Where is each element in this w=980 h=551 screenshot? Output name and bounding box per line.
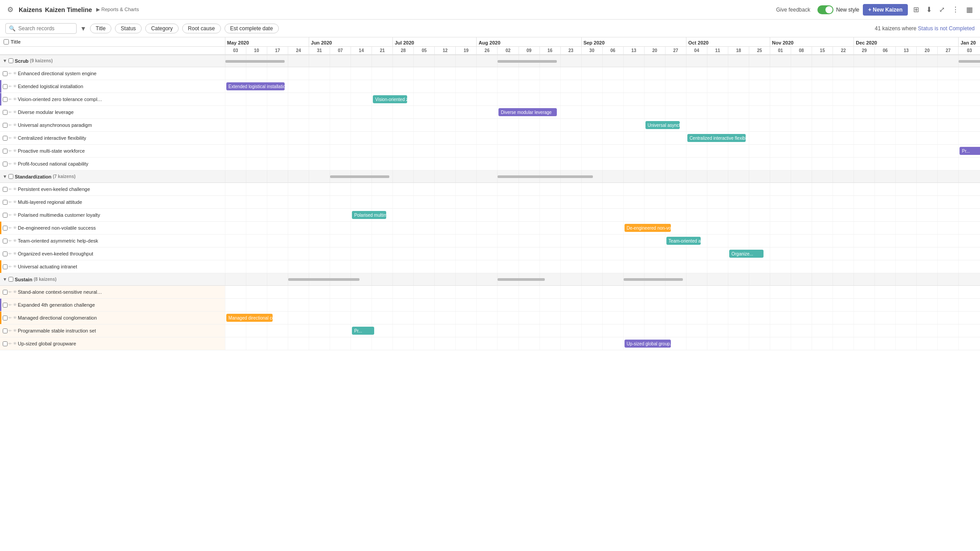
row-view-icon[interactable]: 👁 xyxy=(13,226,17,230)
row-checkbox[interactable] xyxy=(3,187,8,192)
row-checkbox[interactable] xyxy=(3,84,8,89)
row-view-icon[interactable]: 👁 xyxy=(13,213,17,217)
row-checkbox[interactable] xyxy=(3,316,8,320)
row-view-icon[interactable]: 👁 xyxy=(13,251,17,256)
row-view-icon[interactable]: 👁 xyxy=(13,303,17,307)
row-view-icon[interactable]: 👁 xyxy=(13,97,17,101)
row-view-icon[interactable]: 👁 xyxy=(13,290,17,294)
share-icon[interactable]: ⊞ xyxy=(911,4,921,15)
row-checkbox[interactable] xyxy=(3,200,8,205)
row-view-icon[interactable]: 👁 xyxy=(13,187,17,191)
group-expand-icon[interactable]: ▼ xyxy=(3,174,7,179)
row-edit-icon[interactable]: ✏ xyxy=(8,187,12,191)
gantt-bar[interactable]: Universal asynch.... xyxy=(645,121,680,129)
row-view-icon[interactable]: 👁 xyxy=(13,84,17,89)
row-checkbox[interactable] xyxy=(3,71,8,76)
gantt-bar[interactable]: Centralized interactive flexibility xyxy=(687,134,746,142)
row-checkbox[interactable] xyxy=(3,328,8,333)
gantt-bar[interactable]: Vision-oriented z... xyxy=(373,95,407,103)
row-checkbox[interactable] xyxy=(3,162,8,166)
gantt-bar[interactable]: Team-oriented asymmet... xyxy=(666,237,701,245)
row-view-icon[interactable]: 👁 xyxy=(13,71,17,76)
row-view-icon[interactable]: 👁 xyxy=(13,110,17,114)
new-kaizen-button[interactable]: + New Kaizen xyxy=(863,4,908,16)
row-edit-icon[interactable]: ✏ xyxy=(8,149,12,153)
row-edit-icon[interactable]: ✏ xyxy=(8,226,12,230)
row-view-icon[interactable]: 👁 xyxy=(13,162,17,166)
row-checkbox[interactable] xyxy=(3,264,8,269)
row-checkbox[interactable] xyxy=(3,110,8,115)
row-title: Organized even-keeled throughput xyxy=(18,251,93,256)
row-view-icon[interactable]: 👁 xyxy=(13,149,17,153)
row-checkbox[interactable] xyxy=(3,303,8,308)
row-checkbox[interactable] xyxy=(3,149,8,154)
row-edit-icon[interactable]: ✏ xyxy=(8,136,12,140)
row-edit-icon[interactable]: ✏ xyxy=(8,84,12,89)
row-edit-icon[interactable]: ✏ xyxy=(8,264,12,269)
row-edit-icon[interactable]: ✏ xyxy=(8,97,12,101)
row-checkbox[interactable] xyxy=(3,97,8,102)
filter-status-link[interactable]: Status is not Completed xyxy=(918,25,975,32)
row-checkbox[interactable] xyxy=(3,136,8,141)
row-edit-icon[interactable]: ✏ xyxy=(8,71,12,76)
group-checkbox[interactable] xyxy=(8,277,13,282)
filter-pill-category[interactable]: Category xyxy=(145,24,179,33)
row-edit-icon[interactable]: ✏ xyxy=(8,328,12,333)
gantt-bar[interactable]: Polarised multim... xyxy=(352,211,386,219)
row-edit-icon[interactable]: ✏ xyxy=(8,316,12,320)
row-edit-icon[interactable]: ✏ xyxy=(8,200,12,204)
row-view-icon[interactable]: 👁 xyxy=(13,328,17,333)
group-expand-icon[interactable]: ▼ xyxy=(3,277,7,282)
filter-pill-status[interactable]: Status xyxy=(115,24,142,33)
row-edit-icon[interactable]: ✏ xyxy=(8,239,12,243)
gantt-bar[interactable]: Up-sized global group.... xyxy=(625,340,671,348)
group-checkbox[interactable] xyxy=(8,58,13,63)
timeline-wrap[interactable]: Title May 2020Jun 2020Jul 2020Aug 2020Se… xyxy=(0,37,980,551)
gantt-bar[interactable]: Extended logistical installation xyxy=(226,82,285,90)
row-checkbox[interactable] xyxy=(3,123,8,128)
filter-pill-rootcause[interactable]: Root cause xyxy=(182,24,221,33)
row-checkbox[interactable] xyxy=(3,239,8,243)
gantt-bar[interactable]: Managed directional co... xyxy=(226,314,273,322)
row-checkbox[interactable] xyxy=(3,251,8,256)
row-view-icon[interactable]: 👁 xyxy=(13,341,17,346)
gantt-bar[interactable]: De-engineered non-vol.... xyxy=(625,224,671,232)
row-edit-icon[interactable]: ✏ xyxy=(8,162,12,166)
row-view-icon[interactable]: 👁 xyxy=(13,136,17,140)
row-checkbox[interactable] xyxy=(3,213,8,218)
week-header-4-0: 30 xyxy=(581,47,602,55)
download-icon[interactable]: ⬇ xyxy=(924,4,934,15)
row-view-icon[interactable]: 👁 xyxy=(13,239,17,243)
row-edit-icon[interactable]: ✏ xyxy=(8,251,12,256)
row-checkbox[interactable] xyxy=(3,290,8,295)
gantt-bar[interactable]: Diverse modular leverage xyxy=(498,108,557,116)
filter-icon[interactable]: ▼ xyxy=(80,25,86,32)
row-view-icon[interactable]: 👁 xyxy=(13,123,17,127)
feedback-link[interactable]: Give feedback xyxy=(772,5,814,15)
filter-pill-title[interactable]: Title xyxy=(90,24,111,33)
more-icon[interactable]: ⋮ xyxy=(950,4,961,15)
grid-icon[interactable]: ▦ xyxy=(964,4,975,15)
filter-pill-estdate[interactable]: Est complete date xyxy=(225,24,279,33)
row-edit-icon[interactable]: ✏ xyxy=(8,213,12,217)
new-style-toggle[interactable] xyxy=(817,5,833,14)
row-edit-icon[interactable]: ✏ xyxy=(8,123,12,127)
row-edit-icon[interactable]: ✏ xyxy=(8,290,12,294)
gantt-bar[interactable]: Organize... xyxy=(729,250,764,258)
row-edit-icon[interactable]: ✏ xyxy=(8,110,12,114)
row-edit-icon[interactable]: ✏ xyxy=(8,303,12,307)
select-all-checkbox[interactable] xyxy=(4,39,9,45)
row-checkbox[interactable] xyxy=(3,341,8,346)
gantt-bar[interactable]: Pr... xyxy=(352,327,374,335)
row-view-icon[interactable]: 👁 xyxy=(13,316,17,320)
search-input[interactable] xyxy=(5,23,77,34)
group-checkbox[interactable] xyxy=(8,174,13,179)
gear-icon[interactable]: ⚙ xyxy=(5,4,15,15)
row-view-icon[interactable]: 👁 xyxy=(13,200,17,204)
row-edit-icon[interactable]: ✏ xyxy=(8,341,12,346)
row-view-icon[interactable]: 👁 xyxy=(13,264,17,269)
row-checkbox[interactable] xyxy=(3,226,8,231)
group-expand-icon[interactable]: ▼ xyxy=(3,58,7,63)
expand-icon[interactable]: ⤢ xyxy=(937,4,947,15)
gantt-bar[interactable]: Pr... xyxy=(960,147,980,155)
